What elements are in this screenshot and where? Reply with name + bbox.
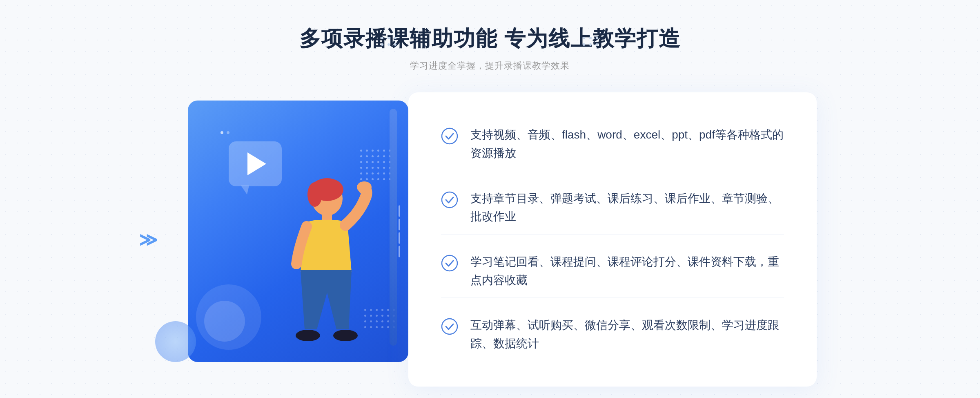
person-illustration [264, 166, 378, 362]
left-illustration [163, 92, 408, 370]
orb-decoration [155, 321, 196, 362]
check-icon-1 [441, 127, 458, 145]
stripe-decoration [399, 206, 400, 257]
check-icon-2 [441, 191, 458, 208]
svg-point-4 [296, 330, 320, 341]
content-area: ≫ [163, 92, 817, 387]
decorative-dots-right [583, 37, 599, 47]
svg-point-2 [307, 182, 322, 207]
sparkle-decoration [220, 131, 229, 134]
feature-item-3: 学习笔记回看、课程提问、课程评论打分、课件资料下载，重点内容收藏 [441, 245, 784, 298]
feature-item-1: 支持视频、音频、flash、word、excel、ppt、pdf等各种格式的资源… [441, 118, 784, 171]
page-container: 多项录播课辅助功能 专为线上教学打造 学习进度全掌握，提升录播课教学效果 ≫ [0, 0, 980, 398]
feature-item-4: 互动弹幕、试听购买、微信分享、观看次数限制、学习进度跟踪、数据统计 [441, 308, 784, 361]
blue-bar-decoration [390, 109, 397, 346]
svg-point-8 [442, 192, 457, 208]
svg-point-9 [442, 255, 457, 271]
feature-item-2: 支持章节目录、弹题考试、课后练习、课后作业、章节测验、批改作业 [441, 181, 784, 235]
svg-point-6 [357, 181, 372, 193]
feature-text-1: 支持视频、音频、flash、word、excel、ppt、pdf等各种格式的资源… [470, 126, 784, 163]
nav-left-chevron[interactable]: ≫ [139, 229, 158, 250]
feature-text-3: 学习笔记回看、课程提问、课程评论打分、课件资料下载，重点内容收藏 [470, 253, 784, 290]
header-section: 多项录播课辅助功能 专为线上教学打造 学习进度全掌握，提升录播课教学效果 [299, 25, 681, 72]
svg-point-7 [442, 128, 457, 144]
feature-text-4: 互动弹幕、试听购买、微信分享、观看次数限制、学习进度跟踪、数据统计 [470, 316, 784, 353]
feature-text-2: 支持章节目录、弹题考试、课后练习、课后作业、章节测验、批改作业 [470, 190, 784, 226]
right-content-panel: 支持视频、音频、flash、word、excel、ppt、pdf等各种格式的资源… [408, 92, 817, 387]
illustration-card [188, 101, 408, 362]
svg-point-5 [333, 330, 358, 341]
decorative-dots-left [381, 37, 397, 47]
page-subtitle: 学习进度全掌握，提升录播课教学效果 [299, 60, 681, 72]
nav-left-area: ≫ [139, 229, 158, 250]
check-icon-4 [441, 318, 458, 335]
check-icon-3 [441, 255, 458, 272]
page-title: 多项录播课辅助功能 专为线上教学打造 [299, 25, 681, 53]
svg-point-10 [442, 319, 457, 334]
title-row: 多项录播课辅助功能 专为线上教学打造 [299, 25, 681, 53]
